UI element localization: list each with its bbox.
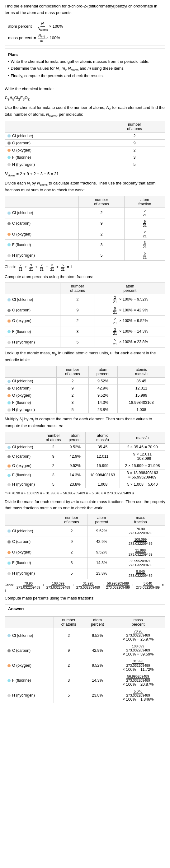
ap-c-count: 9 (60, 305, 95, 315)
mm-f-count: 3 (42, 469, 65, 480)
af-cl-frac: 221 (124, 208, 165, 218)
table-row: Cl (chlorine) 2 221 (5, 208, 165, 218)
cl-dot5 (7, 446, 10, 449)
atom-percent-label: atom percent = (8, 23, 35, 30)
mm-cl: Cl (chlorine) (5, 443, 42, 451)
table-row: Cl (chlorine) 2 9.52% 70.90273.032209489 (5, 526, 165, 536)
cl-count: 2 (104, 132, 165, 140)
mm-c-atomic: 12.011 (86, 451, 120, 462)
o-count: 2 (104, 147, 165, 154)
o-dot5 (7, 464, 10, 468)
am-f: F (fluorine) (5, 399, 57, 406)
am-header-count: numberof atoms (57, 366, 89, 378)
af-h: H (hydrogen) (5, 250, 79, 261)
plan-step-2: • Determine the values for Ni, mi, Natom… (8, 65, 162, 72)
am-f-mass: 18.998403163 (117, 399, 165, 406)
am-h-count: 5 (57, 406, 89, 413)
mf-c: C (carbon) (5, 536, 56, 547)
f-count: 3 (104, 154, 165, 161)
element-o: O (oxygen) (5, 147, 104, 154)
table-row: Cl (chlorine) 2 9.52% 70.90273.032209489… (5, 628, 165, 643)
af-o-frac: 221 (124, 229, 165, 239)
h-dot6 (7, 572, 10, 575)
mf-f-frac: 56.995209489273.032209489 (116, 558, 165, 568)
table-row: F (fluorine) 3 (5, 154, 165, 161)
ap-cl: Cl (chlorine) (5, 294, 60, 305)
mass-percent-fraction: Nimi m (38, 34, 46, 42)
af-h-count: 5 (79, 250, 124, 261)
table-row: H (hydrogen) 5 23.8% 5.040273.032209489×… (5, 688, 165, 703)
molecular-mass-table: numberof atoms atompercent atomicmass/u … (5, 432, 165, 488)
mp-header-count: numberof atoms (54, 617, 84, 628)
am-header-element (5, 366, 57, 378)
am-c-count: 9 (57, 385, 89, 392)
mass-percent-desc: Compute mass percents using the mass fra… (5, 595, 165, 602)
page-container: Find the elemental composition for α-chl… (5, 3, 165, 703)
table-row: O (oxygen) 2 9.52% 31.998273.032209489 (5, 547, 165, 558)
c-dot5 (7, 455, 10, 458)
am-o-count: 2 (57, 392, 89, 399)
table-row: O (oxygen) 2 221 (5, 229, 165, 239)
am-f-count: 3 (57, 399, 89, 406)
af-header-element (5, 196, 79, 208)
element-cl: Cl (chlorine) (5, 132, 104, 140)
table-row: O (oxygen) 2 9.52% 31.998273.032209489× … (5, 658, 165, 673)
am-f-pct: 14.3% (88, 399, 117, 406)
times-100-mass: × 100% (46, 34, 60, 41)
mf-cl-frac: 70.90273.032209489 (116, 526, 165, 536)
af-o-count: 2 (79, 229, 124, 239)
h-count: 5 (104, 161, 165, 168)
h-dot4 (7, 408, 10, 412)
mm-header-count: numberof atoms (42, 432, 65, 443)
answer-label: Answer: (5, 604, 165, 613)
af-c: C (carbon) (5, 218, 79, 229)
mp-o-atom-pct: 9.52% (84, 658, 111, 673)
table-row: H (hydrogen) 5 (5, 161, 165, 168)
ap-o: O (oxygen) (5, 315, 60, 326)
table-row: C (carbon) 9 921 × 100% = 42.9% (5, 305, 165, 315)
table-row: C (carbon) 9 42.9% 12.011 9 × 12.011= 10… (5, 451, 165, 462)
c-dot3 (7, 309, 10, 312)
mf-h-count: 5 (56, 568, 87, 579)
am-cl-pct: 9.52% (88, 378, 117, 385)
plan-step-3: • Finally, compute the percents and chec… (8, 72, 162, 79)
mp-f-mass-pct: 56.995209489273.032209489× 100% = 20.87% (111, 673, 165, 688)
am-c-mass: 12.011 (117, 385, 165, 392)
mf-h-pct: 23.8% (87, 568, 116, 579)
mm-cl-mass: 2 × 35.45 = 70.90 (119, 443, 165, 451)
am-cl-mass: 35.45 (117, 378, 165, 385)
h-dot5 (7, 483, 10, 486)
write-formula-label: Write the chemical formula: (5, 86, 165, 92)
mass-fraction-desc: Divide the mass for each element by m to… (5, 499, 165, 512)
o-dot (7, 149, 10, 152)
table-row: H (hydrogen) 5 23.8% 1.008 5 × 1.008 = 5… (5, 480, 165, 488)
af-h-frac: 521 (124, 250, 165, 261)
mf-o: O (oxygen) (5, 547, 56, 558)
plan-box: Plan: • Write the chemical formula and g… (5, 49, 165, 82)
m-calc: m = 70.90 u + 108.099 u + 31.998 u + 56.… (5, 491, 165, 496)
am-c-pct: 42.9% (88, 385, 117, 392)
h-dot (7, 163, 10, 166)
am-h-mass: 1.008 (117, 406, 165, 413)
table-row: H (hydrogen) 5 521 × 100% = 23.8% (5, 337, 165, 347)
c-dot6 (7, 540, 10, 544)
f-dot3 (7, 330, 10, 333)
mm-c-mass: 9 × 12.011= 108.099 (119, 451, 165, 462)
mm-cl-pct: 9.52% (65, 443, 86, 451)
mm-o-pct: 9.52% (65, 462, 86, 469)
mp-c-mass-pct: 108.099273.032209489× 100% = 39.59% (111, 643, 165, 658)
mp-header-atom-pct: atompercent (84, 617, 111, 628)
am-o-mass: 15.999 (117, 392, 165, 399)
mm-f-mass: 3 × 18.998403163≈ 56.995209489 (119, 469, 165, 480)
mm-cl-count: 2 (42, 443, 65, 451)
ap-f-pct: 321 × 100% = 14.3% (95, 327, 165, 337)
cl-dot7 (7, 634, 10, 637)
atom-percent-table: numberof atoms atompercent Cl (chlorine)… (5, 282, 165, 347)
mp-f-atom-pct: 14.3% (84, 673, 111, 688)
mm-o-count: 2 (42, 462, 65, 469)
mp-header-mass-pct: masspercent (111, 617, 165, 628)
mm-header-element (5, 432, 42, 443)
mf-o-frac: 31.998273.032209489 (116, 547, 165, 558)
ap-c: C (carbon) (5, 305, 60, 315)
mf-cl-pct: 9.52% (87, 526, 116, 536)
